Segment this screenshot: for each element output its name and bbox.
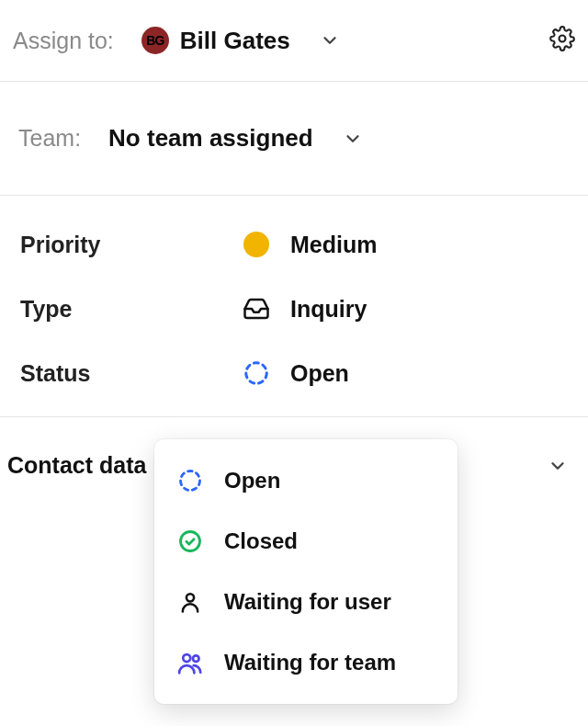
status-option-label: Waiting for user	[224, 589, 391, 615]
status-open-icon	[241, 357, 272, 389]
status-value: Open	[290, 360, 349, 387]
user-icon	[176, 588, 204, 616]
status-option-label: Open	[224, 468, 280, 493]
svg-point-1	[246, 363, 267, 384]
status-option-closed[interactable]: Closed	[154, 511, 458, 572]
chevron-down-icon	[548, 456, 568, 476]
priority-row[interactable]: Priority Medium	[20, 229, 568, 260]
team-row: Team: No team assigned	[0, 82, 588, 196]
assign-selector[interactable]: BG Bill Gates	[141, 27, 340, 55]
status-label: Status	[20, 360, 241, 387]
priority-dot-icon	[241, 229, 272, 260]
chevron-down-icon	[320, 30, 340, 51]
svg-point-5	[183, 654, 190, 662]
svg-point-0	[560, 36, 566, 42]
contact-data-heading: Contact data	[7, 452, 146, 479]
status-dropdown: Open Closed Waiting for user	[154, 439, 458, 704]
priority-label: Priority	[20, 232, 241, 258]
status-option-waiting-user[interactable]: Waiting for user	[154, 572, 458, 632]
type-value: Inquiry	[290, 296, 367, 323]
svg-point-6	[193, 655, 199, 662]
status-option-label: Waiting for team	[224, 650, 396, 675]
svg-point-4	[187, 594, 194, 601]
chevron-down-icon	[343, 129, 363, 149]
status-option-label: Closed	[224, 528, 298, 554]
assignee-name: Bill Gates	[180, 27, 290, 55]
status-option-open[interactable]: Open	[154, 450, 458, 511]
assign-row: Assign to: BG Bill Gates	[0, 0, 588, 82]
priority-value: Medium	[290, 232, 377, 258]
type-row[interactable]: Type Inquiry	[20, 293, 568, 324]
status-open-icon	[176, 467, 204, 494]
inbox-icon	[241, 293, 272, 324]
gear-icon	[549, 39, 575, 54]
status-option-waiting-team[interactable]: Waiting for team	[154, 632, 458, 693]
status-closed-icon	[176, 527, 204, 555]
team-value: No team assigned	[108, 124, 313, 153]
svg-point-2	[181, 471, 200, 491]
team-selector[interactable]: No team assigned	[108, 124, 363, 153]
assignee-avatar: BG	[141, 27, 169, 54]
status-row[interactable]: Status Open	[20, 357, 568, 389]
settings-button[interactable]	[549, 26, 575, 55]
assign-label: Assign to:	[13, 28, 114, 54]
type-label: Type	[20, 296, 241, 323]
team-label: Team:	[18, 125, 81, 152]
users-icon	[176, 649, 204, 676]
details-section: Priority Medium Type Inquiry Status	[0, 196, 588, 417]
